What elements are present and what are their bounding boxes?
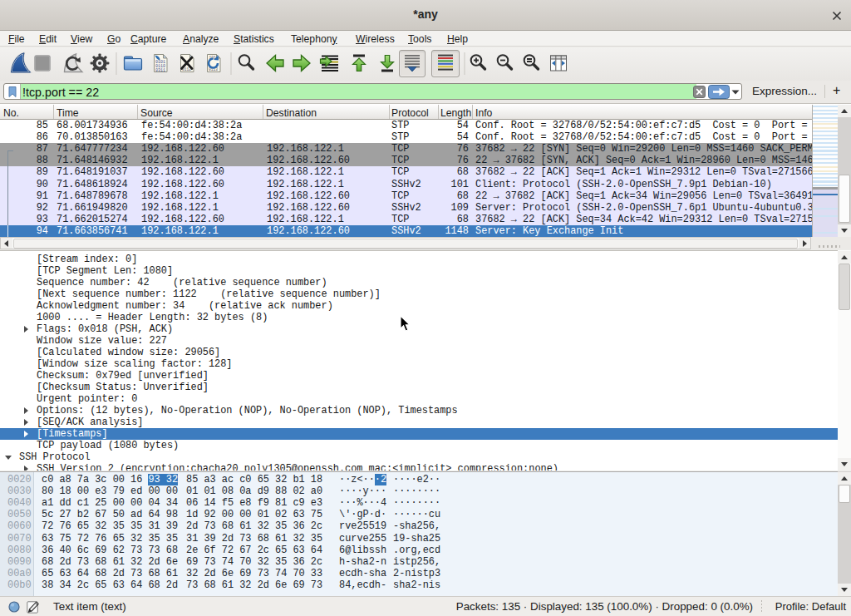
svg-text:0311: 0311	[155, 68, 165, 73]
